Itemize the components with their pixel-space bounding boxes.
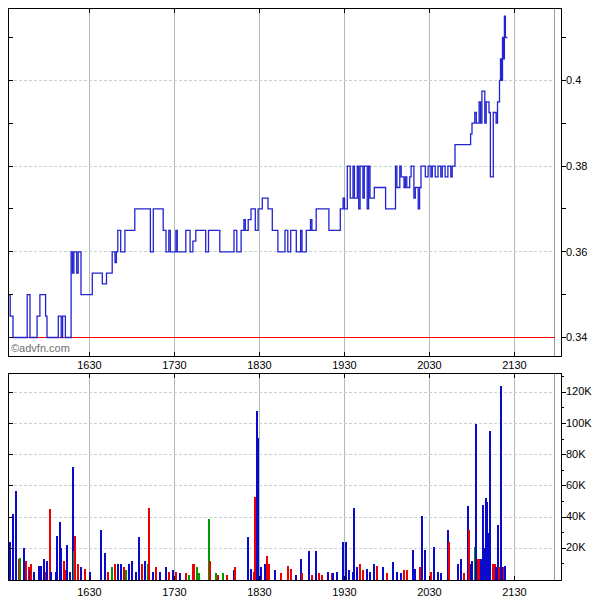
volume-bar — [131, 561, 133, 581]
volume-bar — [460, 559, 462, 580]
volume-bar — [392, 562, 394, 580]
volume-bar — [471, 561, 473, 581]
volume-bar — [40, 566, 42, 581]
volume-bar — [500, 386, 502, 580]
volume-bar — [114, 564, 116, 581]
volume-bar — [433, 547, 435, 581]
volume-bar — [457, 564, 459, 581]
price-chart: 0.4 0.38 0.36 0.34 ©advfn.com — [9, 9, 588, 357]
volume-bar — [148, 508, 150, 581]
volume-bar — [448, 542, 450, 580]
volume-bar — [295, 575, 297, 581]
volume-bar — [77, 564, 79, 581]
volume-bar — [60, 548, 62, 580]
x-tick-label: 2130 — [502, 359, 526, 371]
volume-bar — [69, 572, 71, 581]
volume-bar — [366, 569, 368, 581]
volume-bar — [311, 575, 313, 581]
volume-bar — [19, 558, 21, 581]
volume-bar — [424, 550, 426, 581]
volume-bar — [123, 567, 125, 581]
price-y-axis-labels: 0.4 0.38 0.36 0.34 — [566, 74, 587, 343]
volume-bar — [475, 424, 477, 581]
x-tick-label: 1630 — [77, 359, 101, 371]
volume-bar — [215, 573, 217, 580]
volume-bar — [480, 559, 482, 580]
volume-bar — [125, 570, 127, 580]
x-tick-label: 1730 — [162, 586, 186, 598]
volume-bar — [321, 575, 323, 581]
volume-bar — [234, 567, 236, 581]
volume-bars — [8, 386, 507, 580]
volume-bar — [315, 551, 317, 580]
watermark: ©advfn.com — [11, 342, 70, 354]
volume-bar — [66, 545, 68, 580]
volume-bar — [117, 564, 119, 581]
volume-bar — [487, 533, 489, 581]
volume-bar — [120, 564, 122, 581]
volume-bar — [414, 569, 416, 581]
advfn-intraday-stock-chart: 0.4 0.38 0.36 0.34 ©advfn.com 1630 1730 … — [0, 0, 600, 600]
volume-bar — [359, 564, 361, 581]
volume-bar — [412, 550, 414, 581]
volume-bar — [430, 572, 432, 581]
volume-bar — [128, 564, 130, 581]
volume-bar — [135, 572, 137, 581]
volume-bar — [80, 567, 82, 581]
volume-bar — [274, 570, 276, 580]
volume-bar — [250, 569, 252, 581]
price-ticks — [9, 9, 566, 357]
volume-bar — [301, 573, 303, 580]
volume-bar — [74, 536, 76, 581]
volume-bar — [345, 542, 347, 580]
volume-bar — [327, 572, 329, 581]
price-x-axis-labels: 1630 1730 1830 1930 2030 2130 — [77, 359, 526, 371]
volume-bar — [46, 561, 48, 581]
x-tick-label: 2030 — [417, 586, 441, 598]
price-y-tick-label: 0.36 — [566, 246, 587, 258]
volume-y-axis-labels: 120K 100K 80K 60K 40K 20K — [566, 385, 592, 553]
volume-y-tick-label: 80K — [566, 448, 586, 460]
volume-bar — [287, 566, 289, 581]
volume-bar — [25, 561, 27, 581]
volume-y-tick-label: 100K — [566, 417, 592, 429]
volume-bar — [290, 569, 292, 581]
x-tick-label: 1830 — [247, 359, 271, 371]
volume-bar — [396, 572, 398, 581]
volume-bar — [84, 569, 86, 581]
volume-bar — [463, 573, 465, 580]
volume-bar — [486, 502, 488, 581]
volume-bar — [362, 570, 364, 580]
volume-y-tick-label: 20K — [566, 541, 586, 553]
volume-bar — [30, 564, 32, 581]
volume-bar — [421, 516, 423, 581]
x-tick-label: 1830 — [247, 586, 271, 598]
x-tick-label: 2130 — [502, 586, 526, 598]
volume-bar — [440, 573, 442, 580]
volume-chart: 120K 100K 80K 60K 40K 20K — [8, 374, 593, 581]
volume-bar — [107, 572, 109, 581]
volume-x-axis-labels: 1630 1730 1830 1930 2030 2130 — [77, 586, 526, 598]
volume-bar — [111, 567, 113, 581]
volume-bar — [12, 514, 14, 581]
volume-bar — [188, 575, 190, 581]
volume-bar — [33, 572, 35, 581]
volume-gridlines — [9, 374, 554, 580]
volume-bar — [386, 573, 388, 580]
price-y-tick-label: 0.4 — [566, 74, 581, 86]
volume-bar — [332, 573, 334, 580]
volume-bar — [308, 551, 310, 580]
volume-bar — [495, 567, 497, 581]
volume-bar — [437, 572, 439, 581]
chart-canvas: 0.4 0.38 0.36 0.34 ©advfn.com 1630 1730 … — [0, 0, 600, 600]
volume-bar — [155, 567, 157, 581]
volume-bar — [403, 570, 405, 580]
price-y-tick-label: 0.38 — [566, 160, 587, 172]
volume-bar — [50, 572, 52, 581]
volume-bar — [49, 509, 51, 580]
volume-bar — [477, 559, 479, 580]
volume-bar — [198, 573, 200, 580]
volume-bar — [369, 572, 371, 581]
volume-bar — [15, 491, 17, 581]
volume-bar — [165, 567, 167, 581]
